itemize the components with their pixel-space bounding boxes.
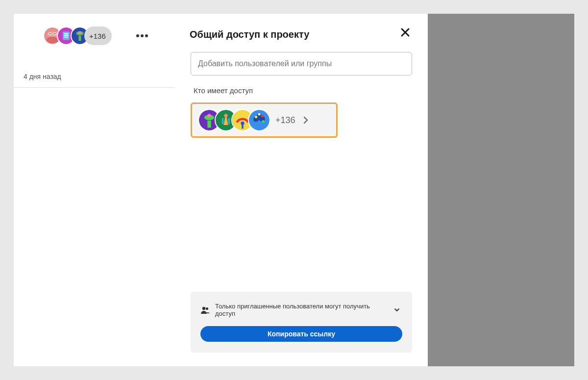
svg-point-27 (249, 110, 270, 130)
close-button[interactable] (395, 23, 415, 42)
svg-point-33 (206, 307, 208, 310)
svg-point-19 (207, 114, 211, 117)
svg-point-32 (202, 307, 205, 310)
who-has-access-label: Кто имеет доступ (194, 86, 412, 95)
permission-text: Только приглашенные пользователи могут п… (215, 303, 389, 317)
svg-rect-23 (228, 118, 230, 124)
svg-point-31 (258, 113, 261, 116)
svg-point-28 (255, 116, 257, 118)
svg-rect-17 (207, 121, 211, 128)
svg-point-5 (49, 33, 50, 34)
svg-point-29 (261, 115, 264, 117)
svg-point-30 (262, 120, 264, 123)
svg-rect-22 (222, 118, 224, 124)
close-icon (399, 26, 411, 38)
svg-point-15 (78, 31, 81, 34)
svg-rect-11 (64, 37, 69, 38)
add-users-input[interactable] (191, 52, 412, 76)
permission-dropdown[interactable]: Только приглашенные пользователи могут п… (200, 303, 402, 326)
modal-body: Кто имеет доступ (175, 52, 428, 292)
chevron-down-icon (393, 306, 400, 313)
access-count: +136 (275, 115, 295, 126)
svg-rect-26 (242, 123, 244, 128)
access-avatar-stack (198, 109, 270, 131)
share-modal: Общий доступ к проекту Кто имеет доступ (175, 14, 428, 366)
modal-footer: Только приглашенные пользователи могут п… (191, 292, 412, 353)
svg-point-6 (54, 33, 55, 34)
avatar (248, 109, 270, 131)
svg-point-2 (47, 32, 58, 37)
avatar-overflow-count[interactable]: +136 (84, 26, 112, 45)
copy-link-button[interactable]: Копировать ссылку (200, 326, 402, 342)
svg-rect-9 (64, 33, 69, 34)
modal-header: Общий доступ к проекту (175, 14, 428, 52)
svg-rect-13 (78, 36, 81, 41)
svg-point-21 (224, 114, 227, 117)
more-menu-icon[interactable] (136, 34, 148, 37)
chevron-right-icon (301, 116, 310, 125)
svg-point-1 (47, 37, 58, 44)
background-avatar-stack[interactable]: +136 (43, 26, 112, 45)
access-row[interactable]: +136 (191, 102, 338, 138)
users-icon (200, 305, 210, 315)
modal-title: Общий доступ к проекту (190, 29, 309, 40)
svg-rect-10 (64, 35, 69, 36)
